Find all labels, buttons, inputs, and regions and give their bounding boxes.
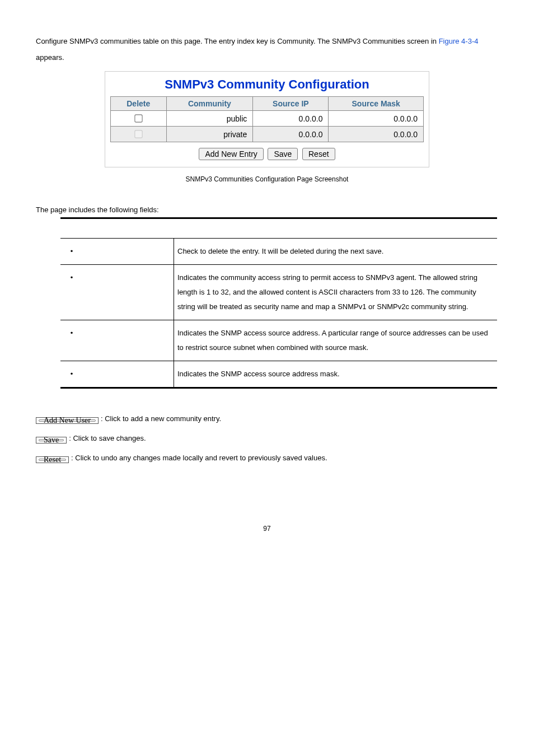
- table-row: • Indicates the SNMP access source addre…: [60, 361, 497, 388]
- delete-checkbox[interactable]: [135, 130, 143, 138]
- col-source-ip: Source IP: [253, 97, 329, 111]
- reset-image: Reset: [36, 456, 69, 463]
- table-row: public 0.0.0.0 0.0.0.0: [111, 111, 424, 127]
- cell-source-ip: 0.0.0.0: [253, 127, 329, 142]
- reset-button[interactable]: Reset: [302, 148, 335, 160]
- table-row: • Indicates the SNMP access source addre…: [60, 320, 497, 361]
- cell-source-mask: 0.0.0.0: [329, 111, 424, 127]
- field-object: •: [60, 265, 174, 320]
- fields-intro: The page includes the following fields:: [36, 206, 498, 214]
- table-row: • Check to delete the entry. It will be …: [60, 239, 497, 265]
- table-row: • Indicates the community access string …: [60, 265, 497, 320]
- col-source-mask: Source Mask: [329, 97, 424, 111]
- field-description: Indicates the SNMP access source address…: [174, 361, 498, 388]
- cell-community: public: [166, 111, 253, 127]
- reset-desc: : Click to undo any changes made locally…: [71, 454, 327, 463]
- reset-label: Reset: [39, 459, 66, 461]
- figure-caption: SNMPv3 Communities Configuration Page Sc…: [36, 175, 498, 183]
- add-new-entry-button[interactable]: Add New Entry: [199, 148, 263, 160]
- col-community: Community: [166, 97, 253, 111]
- screenshot-figure: SNMPv3 Community Configuration Delete Co…: [105, 71, 429, 167]
- figure-title: SNMPv3 Community Configuration: [109, 77, 425, 92]
- field-object: •: [60, 239, 174, 265]
- field-description: Indicates the community access string to…: [174, 265, 498, 320]
- cell-source-ip: 0.0.0.0: [253, 111, 329, 127]
- cell-source-mask: 0.0.0.0: [329, 127, 424, 142]
- field-object: •: [60, 320, 174, 361]
- fields-table: • Check to delete the entry. It will be …: [60, 217, 497, 389]
- save-image: Save: [36, 437, 67, 444]
- field-description: Indicates the SNMP access source address…: [174, 320, 498, 361]
- add-new-user-label: Add New User: [39, 419, 96, 422]
- intro-paragraph: Configure SNMPv3 communities table on th…: [36, 34, 498, 66]
- cell-community: private: [166, 127, 253, 142]
- field-description: Check to delete the entry. It will be de…: [174, 239, 498, 265]
- intro-prefix: Configure SNMPv3 communities table on th…: [36, 37, 439, 45]
- figure-button-row: Add New Entry Save Reset: [109, 148, 425, 160]
- add-new-user-image: Add New User: [36, 417, 99, 424]
- add-new-user-desc: : Click to add a new community entry.: [101, 414, 221, 424]
- fields-header-object: [60, 218, 174, 239]
- delete-checkbox[interactable]: [135, 115, 143, 123]
- community-table: Delete Community Source IP Source Mask p…: [110, 96, 424, 142]
- col-delete: Delete: [111, 97, 167, 111]
- fields-header-description: [174, 218, 498, 239]
- save-button[interactable]: Save: [268, 148, 298, 160]
- page-number: 97: [36, 525, 498, 533]
- figure-link[interactable]: Figure 4-3-4: [439, 37, 479, 45]
- save-desc: : Click to save changes.: [69, 434, 146, 444]
- table-row: private 0.0.0.0 0.0.0.0: [111, 127, 424, 142]
- intro-suffix: appears.: [36, 53, 64, 62]
- field-object: •: [60, 361, 174, 388]
- save-label: Save: [39, 439, 64, 441]
